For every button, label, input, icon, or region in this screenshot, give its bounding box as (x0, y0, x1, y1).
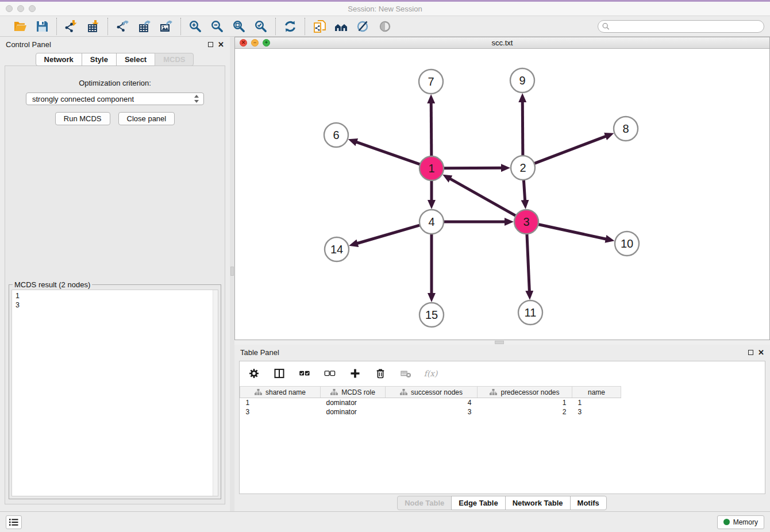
tab-select[interactable]: Select (116, 53, 155, 66)
tab-edge-table[interactable]: Edge Table (451, 496, 505, 510)
zoom-fit-icon[interactable] (229, 18, 249, 35)
graph-edge-4-14[interactable] (356, 225, 420, 244)
mcds-result-text: 1 3 (12, 290, 218, 311)
horizontal-splitter-handle[interactable] (495, 341, 504, 344)
graph-node-1[interactable]: 1 (419, 156, 444, 180)
graph-edge-3-10[interactable] (538, 224, 608, 239)
hide-graphics-details-icon[interactable] (353, 18, 373, 35)
refresh-layout-icon[interactable] (280, 18, 300, 35)
table-row[interactable]: 1dominator411 (240, 398, 621, 407)
graph-edge-2-9[interactable] (522, 100, 523, 156)
network-overview-icon[interactable] (332, 18, 351, 35)
vertical-splitter[interactable] (230, 37, 234, 511)
tab-motifs[interactable]: Motifs (570, 496, 607, 510)
zoom-out-icon[interactable] (207, 18, 227, 35)
main-area: Control Panel ✕ NetworkStyleSelectMCDS O… (0, 37, 770, 511)
task-history-button[interactable] (6, 515, 22, 529)
horizontal-splitter[interactable] (234, 340, 770, 345)
column-layout-icon[interactable] (272, 367, 287, 380)
zoom-selected-icon[interactable] (251, 18, 271, 35)
zoom-in-icon[interactable] (186, 18, 205, 35)
cell-name[interactable]: 1 (572, 398, 621, 407)
cell-name[interactable]: 3 (572, 407, 621, 417)
close-view-icon[interactable]: ✕ (240, 39, 247, 47)
close-panel-icon[interactable]: ✕ (218, 42, 224, 47)
cell-MCDS-role[interactable]: dominator (321, 398, 386, 407)
cell-MCDS-role[interactable]: dominator (321, 407, 386, 417)
delete-table-icon (398, 367, 413, 380)
memory-button[interactable]: Memory (717, 515, 764, 529)
right-column: ✕ − + scc.txt 7968124314101511 Table Pan… (234, 37, 770, 511)
cell-successor-nodes[interactable]: 3 (386, 407, 478, 417)
optimization-criterion-label: Optimization criterion: (5, 79, 225, 87)
window-title: Session: New Session (0, 5, 770, 13)
save-session-icon[interactable] (32, 18, 52, 35)
add-row-icon[interactable] (348, 367, 363, 380)
tab-network[interactable]: Network (36, 53, 82, 66)
graph-edge-2-8[interactable] (534, 136, 608, 163)
tab-style[interactable]: Style (82, 53, 117, 66)
svg-text:4: 4 (428, 215, 434, 228)
graph-edge-1-2[interactable] (444, 168, 503, 168)
column-header-name[interactable]: name (572, 387, 621, 398)
vertical-splitter-handle[interactable] (230, 267, 234, 276)
tab-node-table[interactable]: Node Table (397, 496, 452, 510)
graph-node-10[interactable]: 10 (615, 232, 639, 256)
close-table-panel-icon[interactable]: ✕ (758, 350, 764, 355)
dropdown-selected-value: strongly connected component (32, 95, 134, 103)
maximize-view-icon[interactable]: + (263, 39, 270, 47)
network-canvas[interactable]: 7968124314101511 (235, 49, 769, 340)
column-header-MCDS-role[interactable]: MCDS role (321, 387, 386, 398)
float-panel-icon[interactable] (208, 42, 213, 47)
graph-node-2[interactable]: 2 (511, 156, 535, 180)
result-scrollbar[interactable] (213, 290, 218, 496)
graph-node-6[interactable]: 6 (324, 123, 348, 147)
float-table-panel-icon[interactable] (748, 350, 753, 355)
graph-edge-1-6[interactable] (355, 141, 420, 164)
graph-node-15[interactable]: 15 (419, 303, 444, 327)
export-table-icon[interactable] (134, 18, 154, 35)
deselect-all-checkboxes-icon[interactable] (322, 367, 337, 380)
network-graph: 7968124314101511 (235, 49, 769, 337)
graph-edge-2-3[interactable] (523, 180, 525, 202)
graph-node-7[interactable]: 7 (419, 70, 443, 94)
search-input[interactable] (598, 20, 764, 33)
graph-node-3[interactable]: 3 (514, 210, 538, 234)
delete-row-icon[interactable] (373, 367, 388, 380)
minimize-view-icon[interactable]: − (251, 39, 259, 47)
export-network-icon[interactable] (113, 18, 132, 35)
birds-eye-view-icon[interactable] (375, 18, 395, 35)
export-image-icon[interactable] (156, 18, 176, 35)
import-table-icon[interactable] (83, 18, 103, 35)
mcds-result-box[interactable]: 1 3 (11, 290, 218, 496)
column-header-shared-name[interactable]: shared name (240, 387, 321, 398)
table-row[interactable]: 3dominator323 (240, 407, 621, 417)
tab-network-table[interactable]: Network Table (505, 496, 571, 510)
table-settings-icon[interactable] (247, 367, 261, 380)
memory-label: Memory (733, 518, 758, 526)
cell-shared-name[interactable]: 1 (240, 398, 321, 407)
cell-predecessor-nodes[interactable]: 1 (478, 398, 572, 407)
graph-node-11[interactable]: 11 (518, 300, 542, 325)
import-network-icon[interactable] (61, 18, 81, 35)
graph-node-4[interactable]: 4 (419, 210, 444, 234)
clone-network-icon[interactable] (310, 18, 329, 35)
graph-edge-3-1[interactable] (449, 178, 516, 216)
close-panel-button[interactable]: Close panel (118, 112, 175, 125)
graph-node-8[interactable]: 8 (614, 117, 638, 141)
open-session-icon[interactable] (10, 18, 30, 35)
graph-edge-1-7[interactable] (431, 101, 432, 156)
tab-mcds[interactable]: MCDS (155, 53, 194, 66)
optimization-dropdown[interactable]: strongly connected component (26, 92, 204, 105)
cell-shared-name[interactable]: 3 (240, 407, 321, 417)
graph-node-14[interactable]: 14 (325, 237, 349, 261)
cell-successor-nodes[interactable]: 4 (386, 398, 478, 407)
column-header-predecessor-nodes[interactable]: predecessor nodes (478, 387, 572, 398)
graph-edge-3-11[interactable] (527, 234, 530, 293)
graph-node-9[interactable]: 9 (510, 68, 534, 92)
control-panel: Control Panel ✕ NetworkStyleSelectMCDS O… (0, 37, 230, 511)
cell-predecessor-nodes[interactable]: 2 (478, 407, 572, 417)
select-all-checkboxes-icon[interactable] (297, 367, 312, 380)
run-mcds-button[interactable]: Run MCDS (55, 112, 110, 125)
column-header-successor-nodes[interactable]: successor nodes (386, 387, 478, 398)
